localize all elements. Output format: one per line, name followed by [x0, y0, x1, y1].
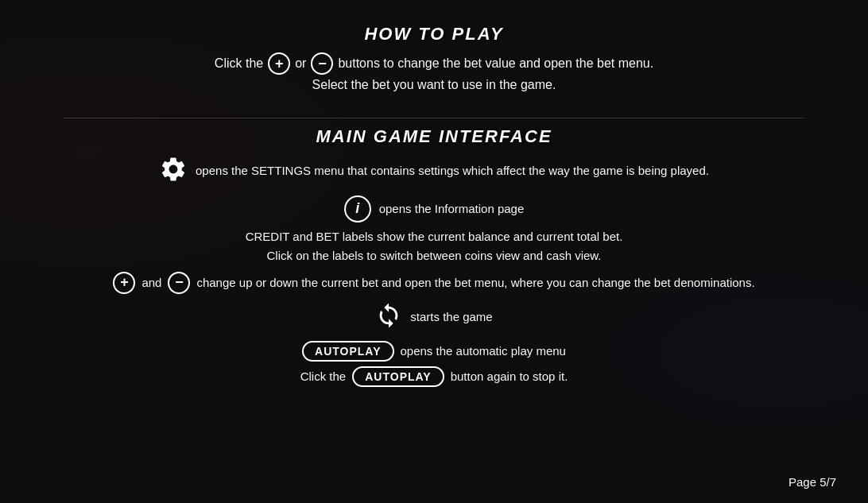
- stop-row: Click the AUTOPLAY button again to stop …: [64, 366, 804, 387]
- bet-instruction-line2: Select the bet you want to use in the ga…: [64, 75, 804, 95]
- how-to-play-section: HOW TO PLAY Click the + or − buttons to …: [64, 24, 804, 95]
- minus-change-icon: −: [168, 272, 190, 294]
- stop-description: button again to stop it.: [451, 370, 568, 383]
- info-description: opens the Information page: [379, 202, 525, 215]
- info-row: i opens the Information page: [64, 195, 804, 222]
- credit-bet-line2: Click on the labels to switch between co…: [266, 249, 601, 262]
- spin-description: starts the game: [410, 310, 492, 323]
- spin-row: starts the game: [64, 302, 804, 331]
- credit-bet-description: CREDIT and BET labels show the current b…: [64, 227, 804, 265]
- how-to-play-title: HOW TO PLAY: [64, 24, 804, 44]
- autoplay-button-display: AUTOPLAY: [302, 341, 393, 362]
- gear-icon: [159, 155, 188, 186]
- bet-instruction-line1: Click the + or − buttons to change the b…: [64, 52, 804, 75]
- main-game-title: MAIN GAME INTERFACE: [64, 126, 804, 147]
- and-text: and: [141, 276, 161, 289]
- autoplay-row: AUTOPLAY opens the automatic play menu: [64, 341, 804, 362]
- settings-row: opens the SETTINGS menu that contains se…: [64, 155, 804, 186]
- stop-click-text: Click the: [300, 370, 347, 383]
- section-divider: [64, 118, 804, 118]
- plus-button-icon: +: [268, 52, 290, 75]
- bet-instruction-text: buttons to change the bet value and open…: [338, 53, 653, 74]
- or-text: or: [295, 53, 306, 74]
- info-icon: i: [344, 195, 371, 222]
- autoplay-stop-button-display: AUTOPLAY: [352, 366, 444, 387]
- settings-description: opens the SETTINGS menu that contains se…: [196, 164, 709, 177]
- main-game-section: MAIN GAME INTERFACE opens the SETTINGS m…: [64, 126, 804, 387]
- plus-minus-description: change up or down the current bet and op…: [196, 276, 754, 289]
- spin-icon: [375, 302, 402, 331]
- credit-bet-line1: CREDIT and BET labels show the current b…: [246, 230, 623, 243]
- main-content: HOW TO PLAY Click the + or − buttons to …: [0, 0, 868, 503]
- page-indicator: Page 5/7: [789, 475, 836, 489]
- minus-button-icon: −: [311, 52, 333, 75]
- click-the-text: Click the: [215, 53, 263, 74]
- autoplay-description: opens the automatic play menu: [401, 344, 566, 358]
- plus-change-icon: +: [113, 272, 135, 294]
- plus-minus-row: + and − change up or down the current be…: [64, 272, 804, 294]
